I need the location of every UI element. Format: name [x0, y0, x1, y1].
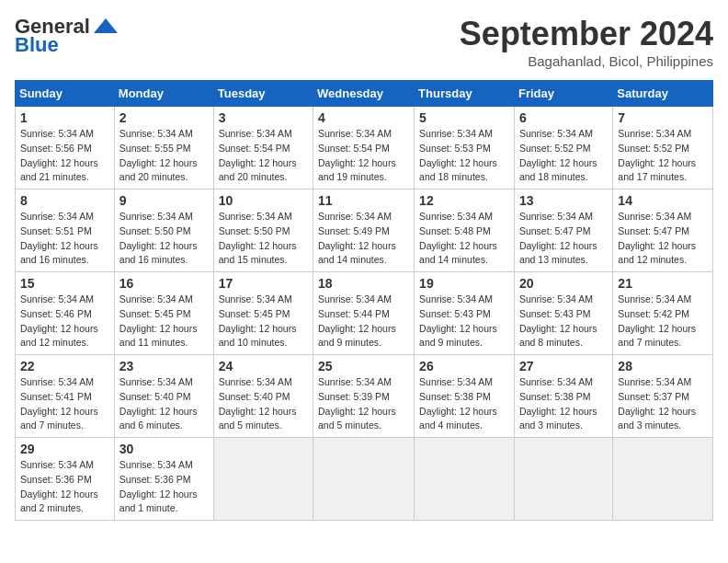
- header-wednesday: Wednesday: [313, 81, 415, 107]
- day-number: 10: [219, 193, 308, 208]
- calendar-cell: [415, 438, 515, 521]
- day-info: Sunrise: 5:34 AMSunset: 5:56 PMDaylight:…: [20, 128, 98, 182]
- day-info: Sunrise: 5:34 AMSunset: 5:54 PMDaylight:…: [318, 128, 396, 182]
- location: Bagahanlad, Bicol, Philippines: [460, 53, 713, 69]
- day-number: 22: [20, 359, 109, 373]
- calendar-cell: 21Sunrise: 5:34 AMSunset: 5:42 PMDayligh…: [613, 272, 713, 355]
- day-number: 26: [419, 359, 509, 373]
- day-info: Sunrise: 5:34 AMSunset: 5:40 PMDaylight:…: [219, 376, 297, 431]
- day-info: Sunrise: 5:34 AMSunset: 5:37 PMDaylight:…: [618, 376, 696, 431]
- calendar-cell: 11Sunrise: 5:34 AMSunset: 5:49 PMDayligh…: [313, 190, 415, 272]
- day-info: Sunrise: 5:34 AMSunset: 5:50 PMDaylight:…: [119, 211, 198, 265]
- day-number: 23: [119, 359, 209, 373]
- day-info: Sunrise: 5:34 AMSunset: 5:39 PMDaylight:…: [318, 376, 396, 431]
- day-info: Sunrise: 5:34 AMSunset: 5:44 PMDaylight:…: [318, 293, 396, 348]
- calendar-cell: [213, 438, 313, 521]
- day-number: 30: [119, 442, 209, 456]
- calendar-cell: 27Sunrise: 5:34 AMSunset: 5:38 PMDayligh…: [514, 355, 612, 438]
- calendar-cell: 10Sunrise: 5:34 AMSunset: 5:50 PMDayligh…: [213, 190, 313, 272]
- calendar-cell: 16Sunrise: 5:34 AMSunset: 5:45 PMDayligh…: [114, 272, 213, 355]
- day-number: 21: [618, 276, 708, 291]
- calendar-cell: 15Sunrise: 5:34 AMSunset: 5:46 PMDayligh…: [16, 272, 115, 355]
- calendar-cell: 2Sunrise: 5:34 AMSunset: 5:55 PMDaylight…: [114, 107, 213, 190]
- calendar-week-1: 1Sunrise: 5:34 AMSunset: 5:56 PMDaylight…: [16, 107, 713, 190]
- logo-icon: [92, 17, 119, 37]
- calendar-cell: 1Sunrise: 5:34 AMSunset: 5:56 PMDaylight…: [16, 107, 115, 190]
- calendar-header-row: SundayMondayTuesdayWednesdayThursdayFrid…: [16, 81, 713, 107]
- day-info: Sunrise: 5:34 AMSunset: 5:55 PMDaylight:…: [119, 128, 198, 182]
- header-tuesday: Tuesday: [213, 81, 313, 107]
- day-number: 25: [318, 359, 409, 373]
- day-number: 8: [20, 193, 109, 208]
- day-info: Sunrise: 5:34 AMSunset: 5:47 PMDaylight:…: [519, 211, 597, 265]
- calendar-cell: 26Sunrise: 5:34 AMSunset: 5:38 PMDayligh…: [415, 355, 515, 438]
- calendar-table: SundayMondayTuesdayWednesdayThursdayFrid…: [15, 80, 713, 521]
- day-info: Sunrise: 5:34 AMSunset: 5:52 PMDaylight:…: [519, 128, 597, 182]
- day-number: 20: [519, 276, 608, 291]
- header-friday: Friday: [514, 81, 612, 107]
- day-number: 9: [119, 193, 209, 208]
- day-number: 14: [618, 193, 708, 208]
- logo: General Blue: [15, 15, 119, 57]
- day-number: 18: [318, 276, 409, 291]
- day-number: 2: [119, 110, 209, 125]
- calendar-cell: 24Sunrise: 5:34 AMSunset: 5:40 PMDayligh…: [213, 355, 313, 438]
- logo-text-blue: Blue: [15, 33, 59, 57]
- day-info: Sunrise: 5:34 AMSunset: 5:45 PMDaylight:…: [119, 293, 198, 348]
- calendar-cell: 8Sunrise: 5:34 AMSunset: 5:51 PMDaylight…: [16, 190, 115, 272]
- calendar-cell: 9Sunrise: 5:34 AMSunset: 5:50 PMDaylight…: [114, 190, 213, 272]
- day-info: Sunrise: 5:34 AMSunset: 5:38 PMDaylight:…: [419, 376, 497, 431]
- day-info: Sunrise: 5:34 AMSunset: 5:53 PMDaylight:…: [419, 128, 497, 182]
- calendar-week-4: 22Sunrise: 5:34 AMSunset: 5:41 PMDayligh…: [16, 355, 713, 438]
- day-info: Sunrise: 5:34 AMSunset: 5:46 PMDaylight:…: [20, 293, 98, 348]
- calendar-cell: [613, 438, 713, 521]
- day-number: 29: [20, 442, 109, 456]
- calendar-cell: [514, 438, 612, 521]
- calendar-cell: 20Sunrise: 5:34 AMSunset: 5:43 PMDayligh…: [514, 272, 612, 355]
- day-number: 11: [318, 193, 409, 208]
- header-thursday: Thursday: [415, 81, 515, 107]
- day-info: Sunrise: 5:34 AMSunset: 5:43 PMDaylight:…: [519, 293, 597, 348]
- calendar-week-3: 15Sunrise: 5:34 AMSunset: 5:46 PMDayligh…: [16, 272, 713, 355]
- day-info: Sunrise: 5:34 AMSunset: 5:50 PMDaylight:…: [219, 211, 297, 265]
- calendar-cell: 14Sunrise: 5:34 AMSunset: 5:47 PMDayligh…: [613, 190, 713, 272]
- day-number: 28: [618, 359, 708, 373]
- calendar-week-2: 8Sunrise: 5:34 AMSunset: 5:51 PMDaylight…: [16, 190, 713, 272]
- header-monday: Monday: [114, 81, 213, 107]
- calendar-cell: 7Sunrise: 5:34 AMSunset: 5:52 PMDaylight…: [613, 107, 713, 190]
- calendar-cell: 3Sunrise: 5:34 AMSunset: 5:54 PMDaylight…: [213, 107, 313, 190]
- day-info: Sunrise: 5:34 AMSunset: 5:36 PMDaylight:…: [20, 459, 98, 513]
- day-info: Sunrise: 5:34 AMSunset: 5:36 PMDaylight:…: [119, 459, 198, 513]
- day-info: Sunrise: 5:34 AMSunset: 5:48 PMDaylight:…: [419, 211, 497, 265]
- calendar-cell: 19Sunrise: 5:34 AMSunset: 5:43 PMDayligh…: [415, 272, 515, 355]
- month-title: September 2024: [460, 15, 713, 53]
- calendar-cell: 22Sunrise: 5:34 AMSunset: 5:41 PMDayligh…: [16, 355, 115, 438]
- day-number: 17: [219, 276, 308, 291]
- day-info: Sunrise: 5:34 AMSunset: 5:47 PMDaylight:…: [618, 211, 696, 265]
- day-number: 15: [20, 276, 109, 291]
- day-number: 24: [219, 359, 308, 373]
- calendar-cell: 29Sunrise: 5:34 AMSunset: 5:36 PMDayligh…: [16, 438, 115, 521]
- day-number: 27: [519, 359, 608, 373]
- calendar-week-5: 29Sunrise: 5:34 AMSunset: 5:36 PMDayligh…: [16, 438, 713, 521]
- calendar-cell: 12Sunrise: 5:34 AMSunset: 5:48 PMDayligh…: [415, 190, 515, 272]
- day-number: 6: [519, 110, 608, 125]
- day-number: 13: [519, 193, 608, 208]
- day-info: Sunrise: 5:34 AMSunset: 5:49 PMDaylight:…: [318, 211, 396, 265]
- header-saturday: Saturday: [613, 81, 713, 107]
- day-number: 19: [419, 276, 509, 291]
- day-info: Sunrise: 5:34 AMSunset: 5:52 PMDaylight:…: [618, 128, 696, 182]
- day-number: 16: [119, 276, 209, 291]
- day-number: 7: [618, 110, 708, 125]
- day-number: 12: [419, 193, 509, 208]
- day-info: Sunrise: 5:34 AMSunset: 5:40 PMDaylight:…: [119, 376, 198, 431]
- day-info: Sunrise: 5:34 AMSunset: 5:54 PMDaylight:…: [219, 128, 297, 182]
- calendar-cell: 4Sunrise: 5:34 AMSunset: 5:54 PMDaylight…: [313, 107, 415, 190]
- day-number: 4: [318, 110, 409, 125]
- page-header: General Blue September 2024 Bagahanlad, …: [15, 15, 713, 69]
- calendar-cell: 25Sunrise: 5:34 AMSunset: 5:39 PMDayligh…: [313, 355, 415, 438]
- day-info: Sunrise: 5:34 AMSunset: 5:42 PMDaylight:…: [618, 293, 696, 348]
- day-info: Sunrise: 5:34 AMSunset: 5:51 PMDaylight:…: [20, 211, 98, 265]
- day-info: Sunrise: 5:34 AMSunset: 5:41 PMDaylight:…: [20, 376, 98, 431]
- day-number: 5: [419, 110, 509, 125]
